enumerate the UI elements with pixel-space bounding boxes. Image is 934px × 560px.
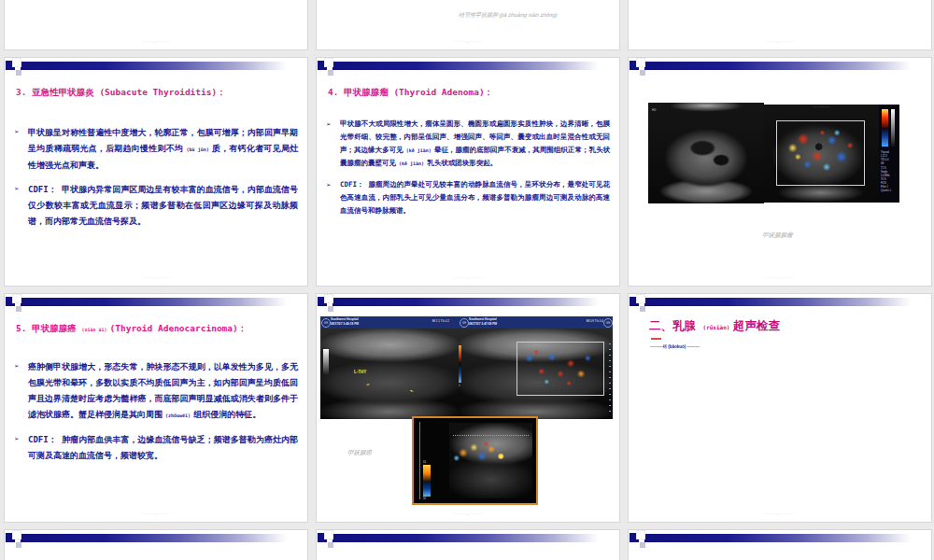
slide-carcinoma-ultrasound-images[interactable]: GE Southwest Hospital 08/17/07 3:46:18 P… (316, 293, 620, 523)
green-ecg-line (419, 422, 420, 499)
section-title: 二、乳腺 (rǔxiàn) 超声检查 (649, 318, 780, 334)
gradient-bar (333, 298, 616, 306)
dotted-roi-line (453, 435, 529, 436)
gray-square (640, 70, 645, 76)
ge-logo-icon: GE (460, 318, 469, 328)
ultrasound-header-text: ····· ········· ····· (764, 106, 879, 109)
bullet-arrow-icon: ➢ (14, 359, 28, 424)
slide-header-decoration (629, 58, 931, 78)
slide-footer: ···· ····–····· ···· (317, 512, 619, 516)
pinyin-annotation: (xiàn ái) (81, 327, 109, 332)
slide-footer: ···· ····–····· ···· (629, 40, 931, 44)
doppler-color-scale (882, 109, 888, 147)
bullet-item: ➢ CDFI： 肿瘤内部血供丰富，边缘血流信号缺乏；频谱多普勒为癌灶内部可测及高… (14, 432, 298, 464)
title-part: 5. 甲状腺腺癌 (16, 323, 81, 333)
bullet-item: ➢ CDFI： 腺瘤周边的声晕处可见较丰富的动静脉血流信号，呈环状分布，最窄处可… (326, 178, 610, 217)
pinyin-annotation: (kě jiàn) (403, 147, 434, 153)
ultrasound-header-text: ····· ········· ····· (648, 105, 764, 107)
measurement-arrow-icon: ➛ (364, 380, 371, 387)
white-square (12, 294, 21, 303)
doppler-roi-box (517, 342, 604, 396)
slide-breast-ultrasound-section[interactable]: 二、乳腺 (rǔxiàn) 超声检查 ⋯⋯⋯括 (bāokuò) ⋯⋯⋯ ···… (628, 293, 932, 523)
gray-square (16, 306, 21, 312)
depth-ruler (609, 343, 611, 415)
slide-footer: ···· ····–····· ···· (317, 276, 619, 280)
doppler-roi-box (776, 120, 865, 186)
ultrasound-header-bar: GE Southwest Hospital 08/17/07 3:47:58 P… (459, 316, 613, 329)
slide-header-decoration (317, 58, 619, 78)
slide-title: 3. 亚急性甲状腺炎 (Subacute Thyroiditis)： (16, 87, 300, 99)
scale-value: 10 (423, 497, 426, 500)
gray-square (16, 542, 21, 548)
slide-prev-center[interactable]: 结节性甲状腺肿 (jiǎ zhuàng xiàn zhǒng) ···· ···… (316, 0, 620, 50)
bullet-text: CDFI： 肿瘤内部血供丰富，边缘血流信号缺乏；频谱多普勒为癌灶内部可测及高速的… (28, 432, 298, 464)
title-part: 二、乳腺 (649, 318, 703, 332)
settings-text: ThyroidL12-3TIS 0.44B72 %Single5.0 MHz70… (881, 151, 891, 194)
white-square (12, 58, 21, 67)
grayscale-ultrasound-left: GE Southwest Hospital 08/17/07 3:46:18 P… (320, 316, 459, 419)
slide-footer: ···· ····–····· ···· (629, 512, 931, 516)
mi-tis-label: MI 0.9 TIs 0.4 (587, 319, 603, 323)
bullet-list: ➢ 癌肿侧甲状腺增大，形态失常，肿块形态不规则，以单发性为多见，多无包膜光带和晕… (14, 359, 298, 472)
slide-header-decoration (5, 294, 307, 315)
nodular-goiter-caption: 结节性甲状腺肿 (jiǎ zhuàng xiàn zhǒng) (458, 11, 558, 20)
bullet-list: ➢ 甲状腺不大或局限性增大，瘤体呈圆形、椭圆形或扁圆形实质性肿块，边界清晰，包膜… (326, 118, 610, 226)
slide-subacute-thyroiditis[interactable]: 3. 亚急性甲状腺炎 (Subacute Thyroiditis)： ➢ 甲状腺… (4, 57, 308, 287)
slide-thyroid-adenoma[interactable]: 4. 甲状腺腺瘤 (Thyroid Adenoma)： ➢ 甲状腺不大或局限性增… (316, 57, 620, 287)
color-doppler-ultrasound-right: GE Southwest Hospital 08/17/07 3:47:58 P… (459, 316, 613, 419)
pinyin-annotation: (kě jiàn) (396, 161, 427, 166)
slide-title: 5. 甲状腺腺癌 (xiàn ái) (Thyroid Adenocarcino… (16, 323, 300, 335)
gradient-bar (21, 298, 304, 306)
slide-thyroid-adenocarcinoma[interactable]: 5. 甲状腺腺癌 (xiàn ái) (Thyroid Adenocarcino… (4, 293, 308, 523)
white-square (636, 58, 645, 67)
title-part: 超声检查 (733, 318, 780, 332)
white-square (12, 530, 21, 539)
hospital-datetime-label: Southwest Hospital 08/17/07 3:46:18 PM (331, 317, 359, 327)
slide-header-decoration (317, 294, 619, 315)
slide-footer: ···· ····–····· ···· (317, 40, 619, 44)
gray-square (640, 542, 645, 548)
doppler-flow-blobs (451, 437, 518, 472)
ultrasound-header-bar: GE Southwest Hospital 08/17/07 3:46:18 P… (320, 316, 459, 329)
ultrasound-scan-area: L-THY ➛ ➛ (320, 329, 459, 419)
white-square (324, 58, 333, 67)
gray-square (640, 306, 645, 312)
ultrasound-scan-area: cm/s (459, 329, 613, 419)
bullet-text: CDFI： 腺瘤周边的声晕处可见较丰富的动静脉血流信号，呈环状分布，最窄处可见花… (340, 178, 610, 217)
red-underline-mark (651, 338, 661, 340)
slide-footer: ···· ····–····· ···· (5, 512, 307, 516)
hd-label: HD (652, 108, 656, 112)
slide-next-center[interactable] (316, 529, 620, 560)
ge-logo-icon: GE (321, 318, 331, 328)
bullet-item: ➢ CDFI： 甲状腺内异常回声区周边呈有较丰富的血流信号，内部血流信号仅少数较… (14, 182, 298, 230)
slide-next-left[interactable] (4, 529, 308, 560)
lthy-label: L-THY (354, 370, 366, 374)
bullet-text-part: 组织侵润的特征。 (193, 410, 261, 419)
slide-next-right[interactable] (628, 529, 932, 560)
scale-value: 10 (423, 461, 426, 464)
color-doppler-ultrasound-image: ····· ········· ····· 12:30:24 PM Thyroi… (764, 105, 899, 203)
bullet-arrow-icon: ➢ (14, 432, 28, 464)
slide-adenoma-ultrasound-images[interactable]: ····· ········· ····· HD ····· ·········… (628, 57, 932, 287)
gray-square (16, 70, 21, 76)
slide-footer: ···· ····–····· ···· (5, 276, 307, 280)
bullet-text: 癌肿侧甲状腺增大，形态失常，肿块形态不规则，以单发性为多见，多无包膜光带和晕环，… (28, 359, 298, 424)
slide-footer: ···· ····–····· ···· (629, 276, 931, 280)
cms-unit-label: cm/s (459, 385, 460, 387)
slide-header-decoration (317, 530, 619, 551)
doppler-color-scale (423, 465, 431, 497)
slide-prev-left[interactable]: ···· ····–····· ···· (4, 0, 308, 50)
gray-square (328, 306, 333, 312)
grayscale-ultrasound-image: ····· ········· ····· HD (648, 103, 764, 203)
bullet-item: ➢ 甲状腺不大或局限性增大，瘤体呈圆形、椭圆形或扁圆形实质性肿块，边界清晰，包膜… (326, 118, 610, 170)
pinyin-annotation: (bù jūn) (183, 147, 212, 152)
title-part: (Thyroid Adenocarcinoma)： (110, 323, 248, 333)
gradient-bar (21, 534, 304, 542)
white-square (324, 294, 333, 303)
subtitle-line: ⋯⋯⋯括 (bāokuò) ⋯⋯⋯ (650, 344, 700, 349)
bullet-arrow-icon: ➢ (14, 182, 28, 230)
pinyin-annotation: (rǔxiàn) (703, 324, 734, 330)
white-square (324, 530, 333, 539)
slide-title: 4. 甲状腺腺瘤 (Thyroid Adenoma)： (328, 87, 612, 99)
slide-prev-right[interactable]: ···· ····–····· ···· (628, 0, 932, 50)
